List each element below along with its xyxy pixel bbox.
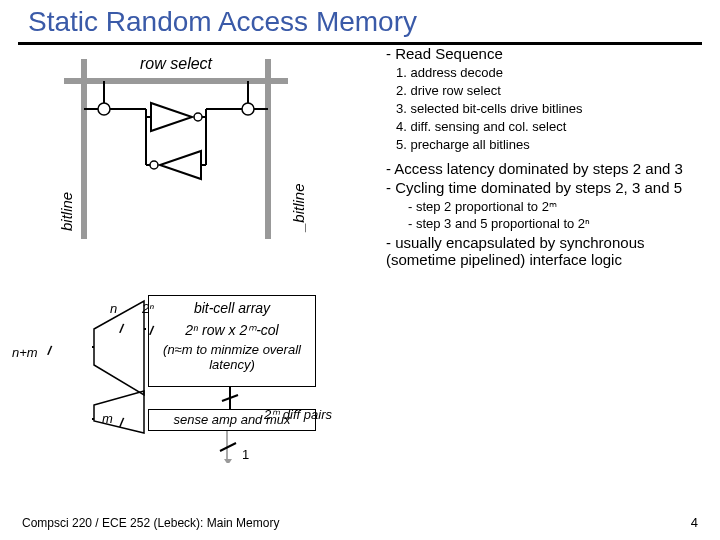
list-item: 2. drive row select xyxy=(396,82,700,100)
footer-text: Compsci 220 / ECE 252 (Lebeck): Main Mem… xyxy=(22,516,279,530)
svg-point-3 xyxy=(98,103,110,115)
svg-point-7 xyxy=(242,103,254,115)
slide-title: Static Random Access Memory xyxy=(0,0,720,38)
svg-point-14 xyxy=(150,161,158,169)
list-item: 3. selected bit-cells drive bitlines xyxy=(396,100,700,118)
n-label: n xyxy=(110,301,117,316)
read-sequence-list: 1. address decode 2. drive row select 3.… xyxy=(386,64,700,154)
col-decoder-trapezoid xyxy=(92,389,146,437)
bus-slash-icon: / xyxy=(46,343,53,358)
svg-point-12 xyxy=(194,113,202,121)
list-item: 5. precharge all bitlines xyxy=(396,136,700,154)
svg-marker-13 xyxy=(160,151,201,179)
list-item: 4. diff. sensing and col. select xyxy=(396,118,700,136)
output-slash xyxy=(218,437,238,463)
note-interface: - usually encapsulated by synchronous (s… xyxy=(386,234,700,268)
output-width-label: 1 xyxy=(242,447,249,462)
note-access-latency: - Access latency dominated by steps 2 an… xyxy=(386,160,700,177)
svg-marker-30 xyxy=(224,459,232,463)
page-number: 4 xyxy=(691,515,698,530)
svg-line-29 xyxy=(220,443,236,451)
m-label: m xyxy=(102,411,113,426)
diagram-area: row select bitline _bitline xyxy=(0,45,380,445)
read-sequence-heading: - Read Sequence xyxy=(386,45,700,62)
bitcell-array-box: bit-cell array 2ⁿ row x 2ᵐ-col (n≈m to m… xyxy=(148,295,316,387)
list-item: - step 2 proportional to 2ᵐ xyxy=(408,198,700,215)
note-cycling-time: - Cycling time dominated by steps 2, 3 a… xyxy=(386,179,700,196)
row-decoder-trapezoid xyxy=(92,299,146,397)
array-note: (n≈m to minmize overall latency) xyxy=(149,342,315,372)
svg-marker-11 xyxy=(151,103,192,131)
bitcell-array-label: bit-cell array xyxy=(194,300,270,316)
sub-steps: - step 2 proportional to 2ᵐ - step 3 and… xyxy=(386,198,700,232)
bitline-label: bitline xyxy=(58,192,75,231)
explanation-area: - Read Sequence 1. address decode 2. dri… xyxy=(380,45,700,445)
bitline-bar-label: _bitline xyxy=(290,183,307,231)
sense-amp-mux-box: sense amp and mux xyxy=(148,409,316,431)
array-spec: 2ⁿ row x 2ᵐ-col xyxy=(149,322,315,338)
array-to-mux-line xyxy=(206,387,266,409)
svg-marker-21 xyxy=(94,301,144,395)
list-item: - step 3 and 5 proportional to 2ⁿ xyxy=(408,215,700,232)
nm-width-label: n+m xyxy=(12,345,38,360)
list-item: 1. address decode xyxy=(396,64,700,82)
bitcell-schematic xyxy=(56,59,296,239)
